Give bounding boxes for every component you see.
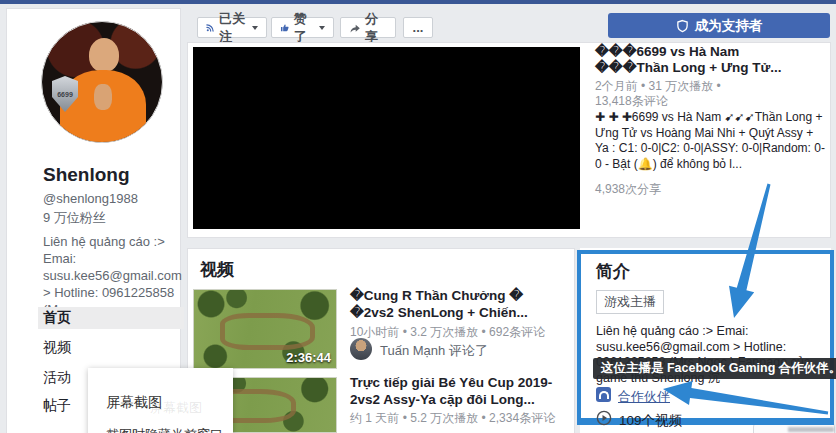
sidebar-item-home[interactable]: 首页 <box>38 307 184 329</box>
gaming-arch-glyph <box>599 391 609 399</box>
post-meta: 2个月前 • 31 万次播放 • 13,418条评论 <box>595 79 829 109</box>
video-social-context: Tuấn Mạnh 评论了 <box>380 342 488 360</box>
clipped-watermark <box>788 427 834 432</box>
page-title: Shenlong <box>43 164 130 186</box>
chevron-down-icon <box>252 26 258 30</box>
profile-avatar[interactable]: 6699 <box>41 21 163 143</box>
sidebar-item-home-label: 首页 <box>43 309 71 327</box>
following-label: 已关注 <box>219 10 246 46</box>
video-title-1-line1: �Cung R Thần Chưởng � <box>350 288 565 305</box>
thumbs-up-icon <box>280 21 290 34</box>
post-share-count: 4,938次分享 <box>595 181 661 198</box>
videos-section-title: 视频 <box>200 258 234 281</box>
partner-tooltip: 这位主播是 Facebook Gaming 合作伙伴。 <box>593 358 836 379</box>
become-supporter-button[interactable]: 成为支持者 <box>608 13 830 38</box>
sidebar-item-events-label: 活动 <box>43 369 71 387</box>
video-title-2-line1: Trực tiếp giải Bé Yêu Cup 2019- <box>350 375 565 392</box>
liked-button[interactable]: 赞了 <box>271 17 334 38</box>
following-button[interactable]: 已关注 <box>197 17 267 38</box>
post-title-line2: ���Thần Long + Ưng Tử... <box>595 60 829 76</box>
video-count-link[interactable]: 109个视频 <box>619 412 682 430</box>
menu-item-hide-window[interactable]: 截图时隐藏当前窗口 <box>106 426 223 433</box>
followers-count: 9 万位粉丝 <box>43 209 106 227</box>
partner-link[interactable]: 合作伙伴 <box>618 388 670 406</box>
thumbnail-art <box>220 313 315 350</box>
video-duration-badge: 2:36:44 <box>286 350 331 365</box>
menu-item-screenshot[interactable]: 屏幕截图 <box>106 394 162 412</box>
post-title[interactable]: ���6699 vs Hà Nam ���Thần Long + Ưng Tử.… <box>595 44 829 76</box>
play-circle-icon <box>596 410 612 426</box>
post-meta-line2: 13,418条评论 <box>595 94 829 109</box>
commenter-avatar[interactable] <box>350 338 372 360</box>
post-title-line1: ���6699 vs Hà Nam <box>595 44 829 60</box>
sidebar-item-videos-label: 视频 <box>43 339 71 357</box>
video-title-2[interactable]: Trực tiếp giải Bé Yêu Cup 2019- 2vs2 Ass… <box>350 375 565 408</box>
post-description: ✚ ✚ ✚6699 vs Hà Nam ➹➹➹Thần Long + Ưng T… <box>595 110 828 172</box>
sidebar-item-videos[interactable]: 视频 <box>38 337 184 359</box>
video-meta-2: 约 1 天前 • 5.2 万次播放 • 2,334条评论 <box>350 410 570 427</box>
become-supporter-label: 成为支持者 <box>695 17 763 35</box>
feed-icon <box>206 21 215 34</box>
sidebar-item-posts-label: 帖子 <box>43 397 71 415</box>
video-title-1[interactable]: �Cung R Thần Chưởng � �2vs2 ShenLong + C… <box>350 288 565 321</box>
facebook-page: 6699 Shenlong @shenlong1988 9 万位粉丝 Liên … <box>0 0 836 433</box>
video-player[interactable] <box>193 47 580 229</box>
video-title-2-line2: 2vs2 Assy-Ya cặp đôi Long... <box>350 392 565 409</box>
post-meta-line1: 2个月前 • 31 万次播放 • <box>595 79 829 94</box>
ellipsis-icon: ... <box>413 20 424 35</box>
browser-top-strip <box>0 0 836 4</box>
screenshot-tool-menu: 屏幕截图 屏幕截图 截图时隐藏当前窗口 <box>88 368 233 433</box>
contact-info: Liên hệ quảng cáo :> Emai: susu.kee56@gm… <box>43 233 183 318</box>
video-thumbnail-1[interactable]: 2:36:44 <box>193 289 337 369</box>
chevron-down-icon <box>319 26 325 30</box>
page-handle: @shenlong1988 <box>43 191 138 206</box>
facebook-gaming-icon <box>596 387 611 402</box>
video-title-1-line2: �2vs2 ShenLong + Chiến... <box>350 305 565 322</box>
avatar-arm <box>94 84 112 110</box>
video-meta-1: 10小时前 • 3.2 万次播放 • 692条评论 <box>350 324 570 341</box>
avatar-face <box>89 38 119 72</box>
share-label: 分享 <box>365 10 387 46</box>
share-arrow-icon <box>349 21 361 35</box>
annotation-highlight-box <box>577 250 834 425</box>
supporter-shield-icon <box>676 19 689 33</box>
liked-label: 赞了 <box>294 10 313 46</box>
share-button[interactable]: 分享 <box>340 17 396 38</box>
more-options-button[interactable]: ... <box>403 17 433 38</box>
